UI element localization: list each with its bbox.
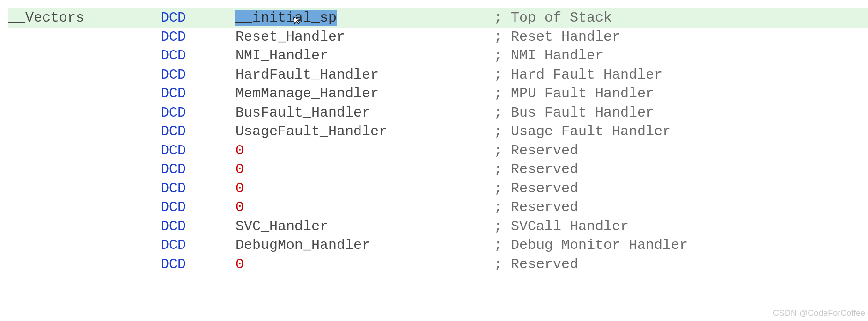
code-line[interactable]: DCDNMI_Handler;NMI Handler — [8, 46, 868, 66]
directive-column: DCD — [161, 141, 235, 160]
operand-column: NMI_Handler — [235, 46, 494, 66]
comment-column: ;Debug Monitor Handler — [494, 236, 688, 255]
code-line[interactable]: DCD0;Reserved — [8, 198, 868, 217]
operand-column: 0 — [235, 160, 494, 179]
operand-column: HardFault_Handler — [235, 66, 494, 85]
directive-column: DCD — [161, 103, 235, 123]
code-line[interactable]: DCDHardFault_Handler;Hard Fault Handler — [8, 66, 868, 85]
comment-column: ;Reserved — [494, 141, 578, 160]
code-line[interactable]: DCD0;Reserved — [8, 255, 868, 274]
directive-column: DCD — [161, 122, 235, 141]
code-line[interactable]: DCDMemManage_Handler;MPU Fault Handler — [8, 84, 868, 103]
watermark: CSDN @CodeForCoffee — [773, 308, 865, 318]
directive-column: DCD — [161, 84, 235, 103]
directive-column: DCD — [161, 28, 235, 47]
operand-column: UsageFault_Handler — [235, 122, 494, 141]
label-column: __Vectors — [8, 8, 161, 28]
comment-column: ;Top of Stack — [494, 8, 612, 28]
comment-column: ;NMI Handler — [494, 46, 603, 66]
code-line[interactable]: DCDUsageFault_Handler;Usage Fault Handle… — [8, 122, 868, 141]
comment-column: ;SVCall Handler — [494, 217, 629, 236]
code-line[interactable]: DCD0;Reserved — [8, 141, 868, 160]
operand-column: SVC_Handler — [235, 217, 494, 236]
operand-column: 0 — [235, 198, 494, 217]
directive-column: DCD — [161, 236, 235, 255]
directive-column: DCD — [161, 8, 235, 28]
operand-column: BusFault_Handler — [235, 103, 494, 123]
directive-column: DCD — [161, 198, 235, 217]
comment-column: ;MPU Fault Handler — [494, 84, 654, 103]
comment-column: ;Reserved — [494, 160, 578, 179]
comment-column: ;Bus Fault Handler — [494, 103, 654, 123]
comment-column: ;Reserved — [494, 179, 578, 198]
directive-column: DCD — [161, 46, 235, 66]
comment-column: ;Reset Handler — [494, 28, 620, 47]
directive-column: DCD — [161, 66, 235, 85]
code-container: __VectorsDCD__initial_sp;Top of StackDCD… — [0, 0, 868, 274]
comment-column: ;Reserved — [494, 255, 578, 274]
directive-column: DCD — [161, 217, 235, 236]
operand-column: 0 — [235, 179, 494, 198]
directive-column: DCD — [161, 160, 235, 179]
code-line[interactable]: DCDReset_Handler;Reset Handler — [8, 28, 868, 47]
operand-column: MemManage_Handler — [235, 84, 494, 103]
code-line[interactable]: DCD0;Reserved — [8, 179, 868, 198]
comment-column: ;Reserved — [494, 198, 578, 217]
code-line[interactable]: DCD0;Reserved — [8, 160, 868, 179]
code-line[interactable]: DCDSVC_Handler;SVCall Handler — [8, 217, 868, 236]
operand-column: DebugMon_Handler — [235, 236, 494, 255]
operand-column: 0 — [235, 141, 494, 160]
operand-column: Reset_Handler — [235, 28, 494, 47]
code-line[interactable]: __VectorsDCD__initial_sp;Top of Stack — [8, 8, 868, 28]
comment-column: ;Usage Fault Handler — [494, 122, 671, 141]
operand-column: 0 — [235, 255, 494, 274]
comment-column: ;Hard Fault Handler — [494, 66, 662, 85]
directive-column: DCD — [161, 255, 235, 274]
directive-column: DCD — [161, 179, 235, 198]
operand-column: __initial_sp — [235, 8, 494, 28]
code-line[interactable]: DCDDebugMon_Handler;Debug Monitor Handle… — [8, 236, 868, 255]
code-line[interactable]: DCDBusFault_Handler;Bus Fault Handler — [8, 103, 868, 123]
